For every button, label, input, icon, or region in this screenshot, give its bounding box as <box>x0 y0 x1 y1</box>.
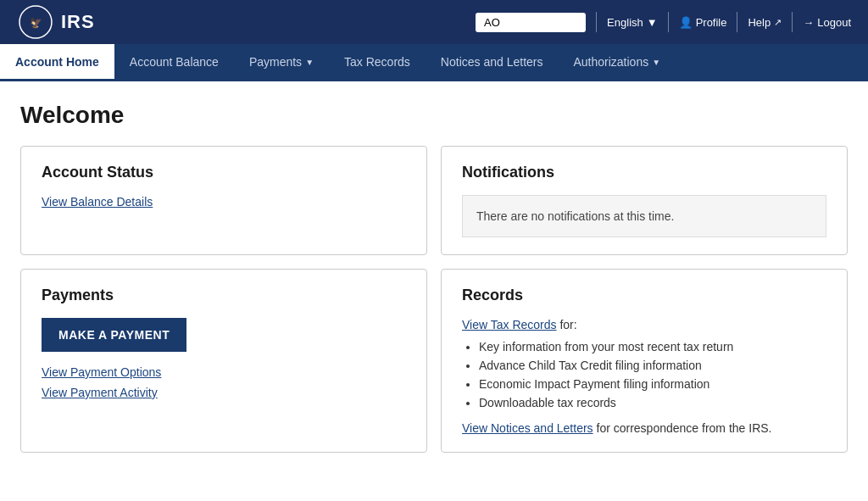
list-item: Key information from your most recent ta… <box>479 340 826 353</box>
welcome-title: Welcome <box>20 102 848 129</box>
svg-text:🦅: 🦅 <box>30 16 42 29</box>
list-item: Downloadable tax records <box>479 396 826 409</box>
list-item: Economic Impact Payment filing informati… <box>479 377 826 391</box>
view-tax-records-link[interactable]: View Tax Records <box>462 318 557 331</box>
divider-1 <box>596 12 597 32</box>
view-balance-details-link[interactable]: View Balance Details <box>42 195 406 209</box>
nav-item-tax-records[interactable]: Tax Records <box>329 44 426 81</box>
notification-empty-message: There are no notifications at this time. <box>476 209 674 223</box>
notification-empty-box: There are no notifications at this time. <box>462 195 826 237</box>
for-text: for: <box>559 318 576 331</box>
nav-item-payments[interactable]: Payments ▼ <box>234 44 329 81</box>
nav-item-account-home[interactable]: Account Home <box>0 44 114 81</box>
logout-icon: → <box>803 16 814 29</box>
logout-link[interactable]: → Logout <box>803 16 851 29</box>
main-nav: Account Home Account Balance Payments ▼ … <box>0 44 868 81</box>
account-status-card: Account Status View Balance Details <box>20 146 427 255</box>
nav-item-account-balance[interactable]: Account Balance <box>114 44 234 81</box>
payments-chevron-icon: ▼ <box>305 58 314 67</box>
view-notices-letters-link[interactable]: View Notices and Letters <box>462 421 593 435</box>
logo-area: 🦅 IRS <box>17 3 95 41</box>
main-content: Welcome Account Status View Balance Deta… <box>0 81 868 473</box>
view-payment-options-link[interactable]: View Payment Options <box>42 365 406 379</box>
irs-logo-text: IRS <box>61 11 95 33</box>
notices-suffix: for correspondence from the IRS. <box>597 421 772 435</box>
help-link[interactable]: Help ↗ <box>748 16 782 29</box>
records-list: Key information from your most recent ta… <box>462 340 826 409</box>
view-payment-activity-link[interactable]: View Payment Activity <box>42 386 406 399</box>
divider-2 <box>668 12 669 32</box>
records-title: Records <box>462 287 826 304</box>
divider-3 <box>737 12 737 32</box>
nav-item-authorizations[interactable]: Authorizations ▼ <box>558 44 676 81</box>
language-selector[interactable]: English ▼ <box>607 16 658 29</box>
list-item: Advance Child Tax Credit filing informat… <box>479 359 826 372</box>
notifications-card: Notifications There are no notifications… <box>441 146 848 255</box>
profile-link[interactable]: 👤 Profile <box>679 16 727 29</box>
cards-grid: Account Status View Balance Details Noti… <box>20 146 848 453</box>
divider-4 <box>792 12 793 32</box>
chevron-down-icon: ▼ <box>647 16 658 29</box>
payments-title: Payments <box>42 287 406 304</box>
nav-item-notices-letters[interactable]: Notices and Letters <box>426 44 559 81</box>
external-link-icon: ↗ <box>774 17 782 28</box>
irs-logo-icon: 🦅 <box>17 3 54 41</box>
account-status-title: Account Status <box>42 164 406 181</box>
profile-icon: 👤 <box>679 16 693 29</box>
authorizations-chevron-icon: ▼ <box>652 58 660 67</box>
notifications-title: Notifications <box>462 164 826 181</box>
search-input[interactable] <box>476 13 586 32</box>
make-payment-button[interactable]: MAKE A PAYMENT <box>42 318 186 352</box>
top-bar-right: English ▼ 👤 Profile Help ↗ → Logout <box>476 12 851 32</box>
payments-card: Payments MAKE A PAYMENT View Payment Opt… <box>20 269 427 453</box>
records-card: Records View Tax Records for: Key inform… <box>441 269 848 453</box>
top-bar: 🦅 IRS English ▼ 👤 Profile Help ↗ → Logou… <box>0 0 868 44</box>
